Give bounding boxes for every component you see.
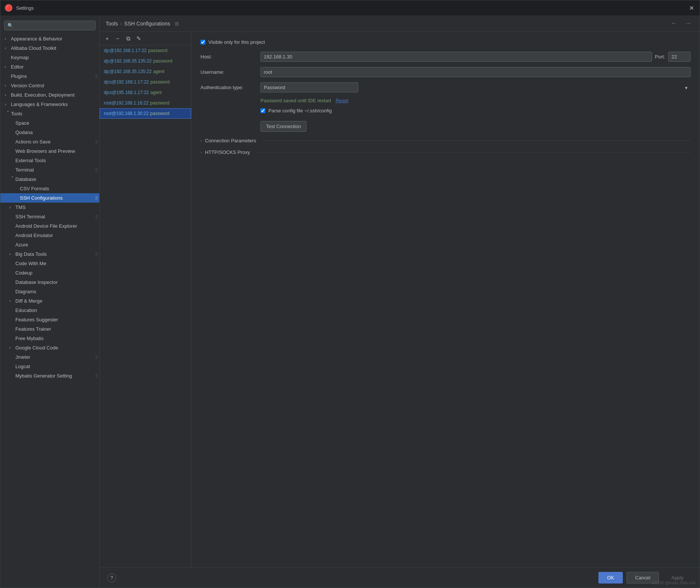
sidebar-item-database[interactable]: › Database: [0, 175, 99, 184]
auth-type-select[interactable]: Password Key pair OpenSSH config and aut…: [260, 82, 358, 93]
ssh-host-label: djc@192.168.35.135:22: [104, 58, 152, 64]
remove-button[interactable]: −: [113, 34, 122, 43]
sidebar-item-terminal[interactable]: Terminal ⣿: [0, 165, 99, 175]
ssh-list-item[interactable]: djc@192.168.1.17:22 password: [100, 45, 191, 56]
sidebar-item-education[interactable]: Education: [0, 306, 99, 315]
panel-layout-icon[interactable]: ⊞: [175, 21, 179, 27]
sidebar-item-qodana[interactable]: Qodana: [0, 128, 99, 137]
expand-arrow-icon: ›: [9, 252, 15, 256]
sidebar-item-codeup[interactable]: Codeup: [0, 268, 99, 278]
sidebar-item-build[interactable]: › Build, Execution, Deployment: [0, 90, 99, 100]
sidebar-item-label: Education: [15, 307, 99, 313]
sidebar-item-android-device[interactable]: Android Device File Explorer: [0, 221, 99, 231]
nav-arrows: ← →: [668, 19, 694, 28]
sidebar-item-tools[interactable]: › Tools: [0, 109, 99, 118]
copy-button[interactable]: ⧉: [124, 34, 133, 43]
sidebar-item-label: Tools: [11, 111, 99, 116]
visible-only-label: Visible only for this project: [208, 39, 265, 45]
sidebar-item-label: Jmeter: [15, 354, 95, 360]
sidebar-item-database-inspector[interactable]: Database Inspector: [0, 278, 99, 287]
expand-arrow-icon: ›: [5, 84, 11, 88]
sidebar-item-appearance[interactable]: › Appearance & Behavior: [0, 34, 99, 43]
ssh-list-item[interactable]: root@192.168.1.16:22 password: [100, 98, 191, 108]
sidebar-item-label: Qodana: [15, 130, 99, 135]
sidebar-item-alibaba[interactable]: › Alibaba Cloud Toolkit: [0, 43, 99, 53]
sidebar-item-label: Android Device File Explorer: [15, 223, 99, 229]
sidebar-item-diff-merge[interactable]: › Diff & Merge: [0, 296, 99, 306]
add-button[interactable]: +: [103, 34, 112, 43]
sidebar-item-android-emulator[interactable]: Android Emulator: [0, 231, 99, 240]
sidebar-item-google-cloud-code[interactable]: › Google Cloud Code: [0, 343, 99, 352]
sidebar-item-features-trainer[interactable]: Features Trainer: [0, 324, 99, 334]
sidebar-item-free-mybatis[interactable]: Free Mybatis: [0, 334, 99, 343]
ssh-list-item[interactable]: djc@192.168.35.135:22 agent: [100, 66, 191, 77]
breadcrumb-parent[interactable]: Tools: [106, 21, 118, 27]
sidebar-item-label: Languages & Frameworks: [11, 101, 99, 107]
sidebar-item-code-with-me[interactable]: Code With Me: [0, 259, 99, 268]
dots-icon: ⣿: [95, 196, 98, 200]
ssh-list-item[interactable]: djc@192.168.35.135:22 password: [100, 56, 191, 66]
sidebar-item-ssh-configurations[interactable]: SSH Configurations ⣿: [0, 193, 99, 203]
app-icon: 🔴: [5, 4, 12, 12]
help-button[interactable]: ?: [107, 573, 116, 582]
search-input[interactable]: [15, 23, 92, 28]
sidebar-item-label: Space: [15, 120, 99, 126]
ssh-list-item[interactable]: djcs@192.168.1.17:22 password: [100, 77, 191, 87]
sidebar-item-jmeter[interactable]: Jmeter ⣿: [0, 352, 99, 362]
sidebar-item-csv-formats[interactable]: CSV Formats: [0, 184, 99, 193]
port-input[interactable]: [668, 52, 691, 62]
sidebar-item-mybatis-generator[interactable]: Mybatis Generator Setting ⣿: [0, 371, 99, 381]
nav-back-button[interactable]: ←: [668, 19, 679, 28]
nav-forward-button[interactable]: →: [682, 19, 694, 28]
search-icon: 🔍: [7, 23, 13, 28]
sidebar-item-diagrams[interactable]: Diagrams: [0, 287, 99, 296]
ssh-list-item[interactable]: djcs@195.168.1.17:22 agent: [100, 87, 191, 98]
sidebar-item-label: Codeup: [15, 270, 99, 276]
ssh-list: djc@192.168.1.17:22 password djc@192.168…: [100, 45, 191, 567]
sidebar-item-label: Diff & Merge: [15, 298, 99, 304]
connection-params-section[interactable]: › Connection Parameters: [200, 138, 691, 143]
visible-only-checkbox[interactable]: [200, 40, 205, 45]
sidebar-item-label: Logcat: [15, 364, 99, 369]
sidebar-item-label: External Tools: [15, 158, 99, 163]
dots-icon: ⣿: [95, 140, 98, 144]
sidebar-item-tms[interactable]: › TMS: [0, 203, 99, 212]
watermark: CSDN @Kudo Shin-ichi: [652, 581, 696, 585]
sidebar-item-label: Features Suggester: [15, 317, 99, 322]
close-button[interactable]: ✕: [688, 4, 695, 12]
sidebar-item-external-tools[interactable]: External Tools: [0, 156, 99, 165]
sidebar-item-languages[interactable]: › Languages & Frameworks: [0, 100, 99, 109]
dots-icon: ⣿: [95, 374, 98, 378]
sidebar-item-actions-on-save[interactable]: Actions on Save ⣿: [0, 137, 99, 146]
ssh-list-item-active[interactable]: root@192.168.1.30:22 password: [100, 108, 191, 119]
auth-type-select-wrapper: Password Key pair OpenSSH config and aut…: [260, 82, 691, 93]
sidebar-item-azure[interactable]: Azure: [0, 240, 99, 249]
sidebar-item-label: Big Data Tools: [15, 251, 95, 257]
http-socks-section[interactable]: › HTTP/SOCKS Proxy: [200, 149, 691, 155]
sidebar-item-ssh-terminal[interactable]: SSH Terminal ⣿: [0, 212, 99, 221]
ssh-auth-label: password: [150, 100, 169, 106]
ok-button[interactable]: OK: [598, 572, 623, 584]
visible-only-row: Visible only for this project: [200, 39, 691, 45]
collapse-arrow-icon: ›: [6, 111, 10, 117]
sidebar-item-features-suggester[interactable]: Features Suggester: [0, 315, 99, 324]
sidebar-item-label: SSH Configurations: [20, 195, 95, 201]
sidebar-item-space[interactable]: Space: [0, 118, 99, 128]
username-input[interactable]: [260, 67, 691, 77]
sidebar-item-logcat[interactable]: Logcat: [0, 362, 99, 371]
edit-button[interactable]: ✎: [134, 34, 143, 43]
reset-link[interactable]: Reset: [336, 98, 349, 103]
sidebar-item-big-data-tools[interactable]: › Big Data Tools ⣿: [0, 249, 99, 259]
auth-type-label: Authentication type:: [200, 85, 260, 90]
test-connection-button[interactable]: Test Connection: [260, 121, 307, 132]
http-socks-arrow-icon: ›: [200, 150, 202, 155]
sidebar-item-plugins[interactable]: Plugins ⣿: [0, 72, 99, 81]
sidebar-item-keymap[interactable]: Keymap: [0, 53, 99, 62]
host-input[interactable]: [260, 52, 652, 62]
sidebar-item-version-control[interactable]: › Version Control: [0, 81, 99, 90]
sidebar-item-editor[interactable]: › Editor: [0, 62, 99, 72]
sidebar-item-web-browsers[interactable]: Web Browsers and Preview: [0, 146, 99, 156]
main-header: Tools › SSH Configurations ⊞ ← →: [100, 15, 700, 32]
parse-config-checkbox[interactable]: [260, 108, 265, 113]
ssh-host-label: djcs@192.168.1.17:22: [104, 79, 149, 85]
